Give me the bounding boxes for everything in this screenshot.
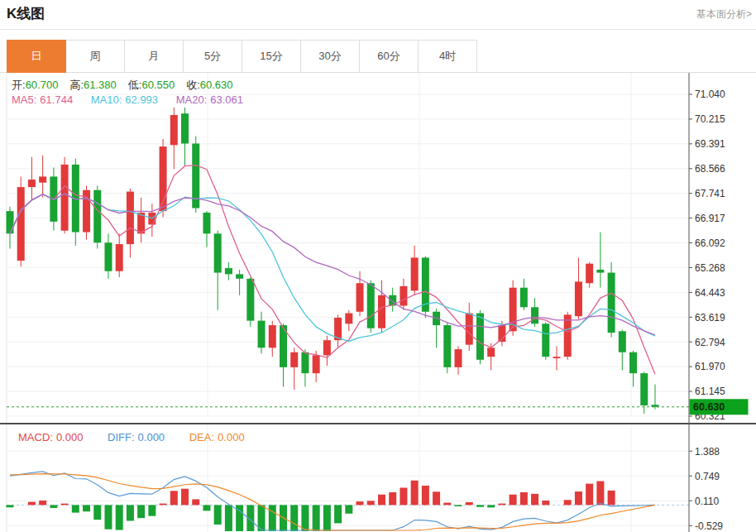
- ma5-label: MA5:: [12, 93, 36, 106]
- ma10-value: 62.993: [125, 93, 158, 106]
- low-value: 60.550: [141, 79, 175, 91]
- kline-page: { "header": { "title": "K线图", "analysis_…: [0, 0, 756, 532]
- macd-readout: MACD:0.000 DIFF:0.000 DEA:0.000: [18, 431, 266, 443]
- tab-60min[interactable]: 60分: [359, 40, 419, 73]
- svg-text:67.741: 67.741: [695, 188, 725, 199]
- svg-text:68.566: 68.566: [695, 163, 725, 175]
- svg-text:-0.529: -0.529: [695, 520, 723, 532]
- svg-text:70.215: 70.215: [695, 113, 725, 125]
- svg-text:62.794: 62.794: [695, 337, 725, 348]
- svg-text:1.388: 1.388: [695, 446, 720, 458]
- macd-axis: 1.3880.7490.110-0.529: [689, 446, 723, 532]
- dea-label: DEA:: [189, 431, 214, 443]
- tab-week[interactable]: 周: [65, 40, 125, 73]
- tab-5min[interactable]: 5分: [183, 40, 242, 73]
- svg-text:66.917: 66.917: [695, 213, 725, 224]
- macd-histogram: [7, 481, 615, 531]
- svg-text:64.443: 64.443: [695, 287, 725, 299]
- tab-30min[interactable]: 30分: [300, 40, 360, 73]
- ma20-value: 63.061: [210, 93, 243, 106]
- price-axis: 71.04070.21569.39168.56667.74166.91766.0…: [689, 73, 725, 532]
- grid-lines: [7, 73, 689, 532]
- ma5-value: 61.744: [40, 93, 73, 106]
- low-label: 低:: [128, 79, 142, 91]
- ma5-readout: MA5:61.744: [12, 93, 73, 106]
- fundamental-analysis-link[interactable]: 基本面分析>: [696, 7, 752, 22]
- open-label: 开:: [12, 79, 26, 91]
- ohlc-readout: 开:60.700高:61.380低:60.550收:60.630: [12, 78, 245, 93]
- header-divider: [0, 29, 756, 30]
- macd-label: MACD:: [18, 431, 53, 443]
- kline-chart-canvas[interactable]: 71.04070.21569.39168.56667.74166.91766.0…: [0, 73, 756, 532]
- ma-readout: MA5:61.744 MA10:62.993 MA20:63.061: [12, 93, 258, 106]
- ma10-readout: MA10:62.993: [91, 93, 158, 106]
- macd-value: 0.000: [56, 431, 84, 443]
- svg-text:60.630: 60.630: [693, 401, 725, 413]
- diff-value: 0.000: [138, 431, 165, 443]
- ma10-label: MA10:: [91, 93, 122, 106]
- open-value: 60.700: [26, 79, 59, 91]
- svg-text:69.391: 69.391: [695, 138, 725, 150]
- current-price-badge: 60.630: [690, 399, 749, 415]
- close-value: 60.630: [200, 79, 233, 91]
- svg-text:61.970: 61.970: [695, 361, 725, 372]
- candles-layer: [7, 108, 659, 414]
- dea-value: 0.000: [218, 431, 245, 443]
- tab-month[interactable]: 月: [124, 40, 184, 73]
- period-tab-bar: 日 周 月 5分 15分 30分 60分 4时: [7, 40, 477, 73]
- tab-4hour[interactable]: 4时: [418, 40, 477, 73]
- dea-value-readout: DEA:0.000: [189, 431, 245, 443]
- diff-label: DIFF:: [108, 431, 135, 443]
- tab-day[interactable]: 日: [7, 40, 66, 73]
- ma20-readout: MA20:63.061: [176, 93, 243, 106]
- macd-value-readout: MACD:0.000: [18, 431, 83, 443]
- tab-15min[interactable]: 15分: [242, 40, 301, 73]
- high-label: 高:: [69, 79, 84, 91]
- svg-text:61.145: 61.145: [695, 386, 725, 397]
- high-value: 61.380: [84, 79, 117, 91]
- close-label: 收:: [186, 79, 200, 91]
- svg-text:0.749: 0.749: [695, 471, 720, 482]
- svg-text:63.619: 63.619: [695, 312, 725, 324]
- svg-text:71.040: 71.040: [695, 89, 725, 100]
- svg-text:0.110: 0.110: [695, 496, 719, 507]
- svg-text:66.092: 66.092: [695, 237, 725, 249]
- page-title: K线图: [7, 4, 45, 23]
- svg-text:65.268: 65.268: [695, 262, 725, 274]
- ma20-label: MA20:: [176, 93, 208, 106]
- diff-value-readout: DIFF:0.000: [108, 431, 165, 443]
